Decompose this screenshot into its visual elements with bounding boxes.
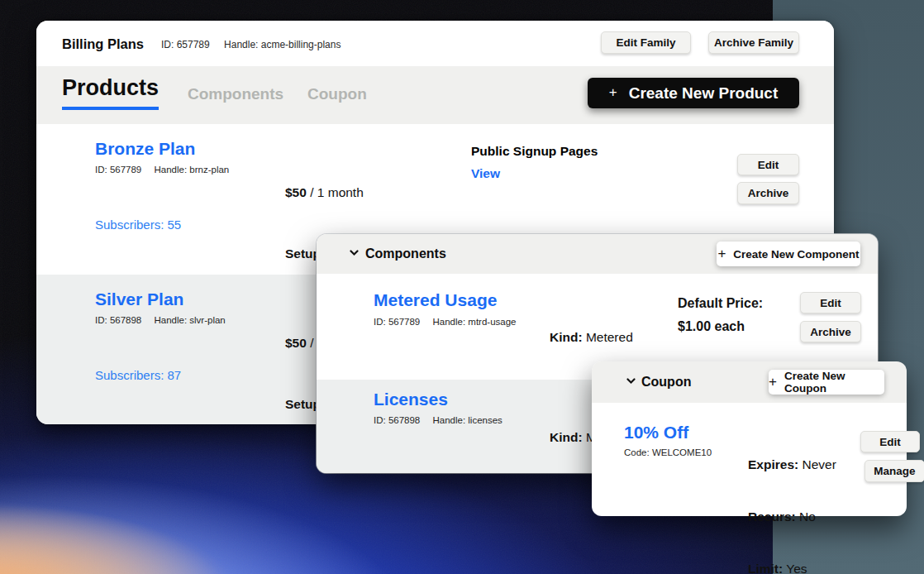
tab-bar: Products Components Coupon + Create New … [36,66,834,124]
chevron-down-icon[interactable] [350,250,359,256]
coupon-section-title: Coupon [641,375,691,390]
signup-pages-title: Public Signup Pages [471,144,598,158]
screenshot-stage: Billing Plans ID: 657789 Handle: acme-bi… [0,0,924,574]
component-id: ID: 567898 [374,415,420,425]
coupon-card-header: Coupon + Create New Coupon [592,361,907,403]
component-kind: Kind: Metered [550,328,647,347]
signup-view-link[interactable]: View [471,166,598,181]
page-title: Billing Plans [62,36,144,52]
component-meta: ID: 567898 Handle: licenses [374,415,512,425]
plus-icon: + [717,246,726,261]
create-new-coupon-button[interactable]: + Create New Coupon [769,370,884,395]
product-subscribers: Subscribers: 87 [95,368,181,382]
product-name-link[interactable]: Silver Plan [95,289,183,309]
component-archive-button[interactable]: Archive [800,321,861,342]
default-price-value: $1.00 each [678,319,745,334]
component-meta: ID: 567789 Handle: mtrd-usage [374,317,526,327]
component-name-link[interactable]: Metered Usage [374,290,497,310]
default-price-label: Default Price: [678,296,763,311]
product-archive-button[interactable]: Archive [737,182,799,204]
tab-components[interactable]: Components [188,85,283,103]
components-card-header: Components + Create New Component [317,234,878,274]
chevron-down-icon[interactable] [626,378,636,385]
family-card-header: Billing Plans ID: 657789 Handle: acme-bi… [36,21,834,66]
coupon-recurs: Recurs: No [748,508,836,525]
family-handle: Handle: acme-billing-plans [224,39,341,50]
create-new-product-button[interactable]: + Create New Product [588,78,799,108]
product-price: $50 / 1 month [285,183,401,203]
coupon-code: Code: WELCOME10 [624,447,712,457]
edit-family-button[interactable]: Edit Family [601,31,691,54]
product-id: ID: 567789 [95,165,141,175]
tab-products[interactable]: Products [62,75,159,110]
create-new-component-button[interactable]: + Create New Component [717,242,860,266]
coupon-card: Coupon + Create New Coupon 10% Off Code:… [592,361,907,516]
plus-icon: + [769,375,777,389]
coupon-manage-button[interactable]: Manage [864,460,924,482]
component-edit-button[interactable]: Edit [800,292,861,313]
coupon-edit-button[interactable]: Edit [860,431,920,452]
product-name-link[interactable]: Bronze Plan [95,139,195,159]
create-new-coupon-label: Create New Coupon [784,370,884,395]
component-handle: Handle: licenses [432,415,502,425]
archive-family-button[interactable]: Archive Family [708,31,799,54]
product-meta: ID: 567898 Handle: slvr-plan [95,315,236,325]
product-signup: Public Signup Pages View [471,144,598,181]
create-new-component-label: Create New Component [733,248,859,261]
product-handle: Handle: slvr-plan [154,315,225,325]
product-meta: ID: 567789 Handle: brnz-plan [95,165,239,175]
create-new-product-label: Create New Product [629,84,779,103]
components-section-title: Components [365,246,446,261]
coupon-name-link[interactable]: 10% Off [624,423,688,442]
product-id: ID: 567898 [95,315,141,325]
product-edit-button[interactable]: Edit [737,154,799,175]
product-handle: Handle: brnz-plan [154,165,229,175]
component-handle: Handle: mtrd-usage [432,317,516,327]
coupon-expires: Expires: Never [748,456,836,473]
product-subscribers: Subscribers: 55 [95,218,181,232]
coupon-limit: Limit: Yes [748,560,836,574]
coupon-details: Expires: Never Recurs: No Limit: Yes Sta… [748,421,836,574]
plus-icon: + [609,85,617,99]
tab-coupon[interactable]: Coupon [307,85,367,103]
family-id: ID: 657789 [161,39,210,50]
component-id: ID: 567789 [374,317,420,327]
component-name-link[interactable]: Licenses [374,390,448,409]
coupon-card-body: 10% Off Code: WELCOME10 Expires: Never R… [592,403,907,516]
family-meta: ID: 657789 Handle: acme-billing-plans [161,39,352,50]
